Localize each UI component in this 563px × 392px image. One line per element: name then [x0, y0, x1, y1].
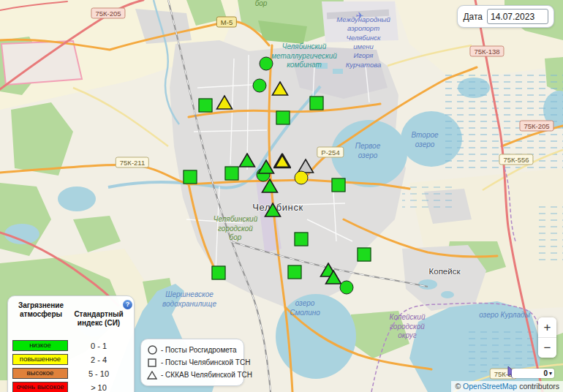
legend-square-icon — [147, 358, 157, 368]
legend-range-low: 0 - 1 — [68, 342, 129, 350]
zoom-out-button[interactable]: − — [538, 338, 556, 358]
square-post-marker[interactable] — [184, 170, 197, 184]
date-input[interactable] — [487, 9, 548, 24]
si-index-title-text: Стандартный индекс (СИ) — [74, 310, 123, 327]
legend-triangle-icon — [147, 370, 157, 380]
zoom-in-button[interactable]: + — [538, 317, 556, 337]
legend-swatch-high: высокое — [12, 368, 68, 379]
legend-swatch-low: низкое — [12, 340, 68, 351]
date-label: Дата — [463, 12, 483, 22]
posts-legend: - Посты Росгидромета - Посты Челябинской… — [140, 339, 244, 386]
attribution: © OpenStreetMap contributors — [451, 381, 563, 392]
circle-post-marker[interactable] — [295, 171, 309, 185]
legend-row-low: низкое 0 - 1 — [12, 340, 129, 351]
info-icon[interactable]: ? — [123, 300, 132, 309]
legend-row-very-high: очень высокое > 10 — [12, 382, 129, 392]
posts-legend-label: - СККАВ Челябинской ТСН — [161, 371, 252, 379]
circle-post-marker[interactable] — [340, 281, 354, 295]
scale-value: 0 — [543, 370, 548, 377]
scale-icon: ▾ — [549, 371, 552, 377]
triangle-post-marker[interactable] — [257, 159, 275, 175]
square-post-marker[interactable] — [225, 167, 239, 181]
square-post-marker[interactable] — [288, 265, 302, 279]
posts-legend-label: - Посты Росгидромета — [161, 346, 237, 354]
posts-legend-row: - Посты Челябинской ТСН — [147, 356, 238, 369]
circle-post-marker[interactable] — [260, 57, 273, 71]
posts-legend-label: - Посты Челябинской ТСН — [161, 358, 250, 366]
circle-post-marker[interactable] — [253, 79, 267, 93]
pollution-legend: Загрязнение атмосферы Стандартный индекс… — [7, 295, 135, 392]
osm-link[interactable]: OpenStreetMap — [463, 382, 517, 391]
square-post-marker[interactable] — [332, 178, 346, 192]
air-quality-map-app: бор✈Международный аэропорт Челябинск име… — [0, 0, 563, 392]
legend-circle-icon — [147, 345, 157, 355]
square-post-marker[interactable] — [199, 99, 213, 113]
si-index-title: Стандартный индекс (СИ) ? — [69, 301, 129, 336]
square-post-marker[interactable] — [295, 233, 309, 246]
square-post-marker[interactable] — [212, 266, 226, 280]
triangle-post-marker[interactable] — [261, 178, 279, 194]
triangle-post-marker[interactable] — [325, 270, 342, 285]
zoom-control: + − — [538, 317, 556, 358]
legend-range-high: 5 - 10 — [68, 369, 129, 378]
legend-range-very-high: > 10 — [68, 383, 129, 392]
legend-swatch-very-high: очень высокое — [12, 382, 68, 392]
attribution-suffix: contributors — [517, 382, 559, 391]
legend-swatch-elevated: повышенное — [12, 354, 68, 365]
triangle-post-marker[interactable] — [216, 95, 233, 110]
scale-control[interactable]: 0 ▾ — [512, 369, 554, 378]
square-post-marker[interactable] — [358, 248, 371, 262]
triangle-post-marker[interactable] — [271, 81, 289, 97]
posts-legend-row: - Посты Росгидромета — [147, 344, 238, 356]
triangle-post-marker[interactable] — [264, 203, 282, 218]
square-post-marker[interactable] — [276, 111, 290, 125]
legend-row-high: высокое 5 - 10 — [12, 368, 129, 379]
posts-legend-row: - СККАВ Челябинской ТСН — [147, 369, 238, 381]
date-control: Дата — [457, 5, 554, 28]
legend-range-elevated: 2 - 4 — [68, 355, 129, 364]
triangle-post-marker[interactable] — [273, 154, 291, 169]
square-post-marker[interactable] — [310, 97, 324, 110]
legend-row-elevated: повышенное 2 - 4 — [12, 354, 129, 365]
attribution-prefix: © — [455, 382, 463, 391]
triangle-post-marker[interactable] — [238, 153, 256, 168]
pollution-legend-title: Загрязнение атмосферы — [12, 301, 69, 336]
